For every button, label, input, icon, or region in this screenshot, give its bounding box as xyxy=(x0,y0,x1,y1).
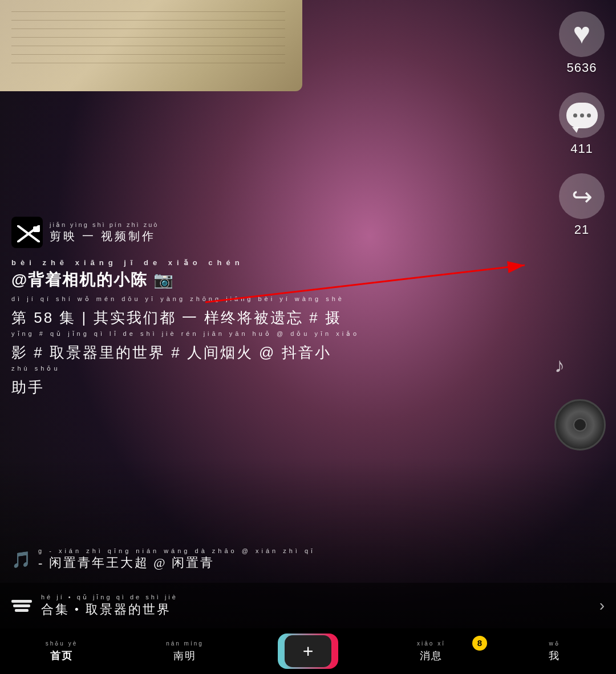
capcut-watermark: jiǎn yìng shì pín zhì zuò 剪映 一 视频制作 xyxy=(11,217,159,248)
like-action[interactable]: ♥ 5636 xyxy=(559,11,605,75)
stack-layer-2 xyxy=(13,604,30,607)
heart-icon: ♥ xyxy=(573,18,591,48)
svg-line-1 xyxy=(205,265,525,302)
chat-bubble-icon xyxy=(566,103,598,128)
nav-discover-label: 南明 xyxy=(173,649,196,663)
nav-home-pinyin: shǒu yè xyxy=(46,640,78,647)
share-button[interactable]: ↩ xyxy=(559,173,605,219)
share-count: 21 xyxy=(574,222,589,237)
svg-rect-4 xyxy=(33,226,40,232)
comment-count: 411 xyxy=(570,141,593,156)
plus-sign: + xyxy=(303,642,314,660)
stack-layer-1 xyxy=(11,600,32,603)
sound-info: g - xián zhì qīng nián wáng dà zhāo @ xi… xyxy=(38,547,315,571)
capcut-text-block: jiǎn yìng shì pín zhì zuò 剪映 一 视频制作 xyxy=(50,221,159,244)
collection-text: 合集 • 取景器的世界 xyxy=(41,601,178,618)
share-action[interactable]: ↩ 21 xyxy=(559,173,605,237)
collection-stack-icon xyxy=(11,600,32,612)
dot3 xyxy=(587,113,591,117)
chevron-right-icon[interactable]: › xyxy=(599,596,605,615)
dot2 xyxy=(580,113,584,117)
nav-discover[interactable]: nán míng 南明 xyxy=(123,640,246,663)
nav-message-label: 消息 xyxy=(420,649,443,663)
capcut-label: 剪映 一 视频制作 xyxy=(50,230,156,242)
like-count: 5636 xyxy=(567,60,597,75)
camera-emoji: 📷 xyxy=(153,271,175,289)
tiktok-icon: 🎵 xyxy=(11,550,31,569)
right-actions: ♥ 5636 411 ↩ 21 xyxy=(559,11,605,237)
nav-message-pinyin: xiāo xī xyxy=(417,640,445,647)
dot1 xyxy=(573,113,577,117)
episode-text3: 助手 xyxy=(11,375,359,400)
episode-text2: 影 # 取景器里的世界 # 人间烟火 @ 抖音小 xyxy=(11,340,359,365)
music-note-icon: ♪ xyxy=(554,354,565,377)
nav-profile[interactable]: wǒ 我 xyxy=(493,640,616,663)
create-button[interactable]: + xyxy=(282,634,334,669)
red-arrow-annotation xyxy=(200,257,542,327)
episode-pinyin2: yǐng # qǔ jǐng qì lǐ de shì jiè rén jiān… xyxy=(11,330,359,338)
comment-button[interactable] xyxy=(559,92,605,138)
capcut-logo xyxy=(11,217,43,248)
sound-text: - 闲置青年王大超 @ 闲置青 xyxy=(38,555,214,570)
message-badge: 8 xyxy=(472,636,487,651)
like-button[interactable]: ♥ xyxy=(559,11,605,57)
collection-bar[interactable]: hé jí • qǔ jǐng qì de shì jiè 合集 • 取景器的世… xyxy=(0,583,616,628)
nav-profile-pinyin: wǒ xyxy=(549,640,560,647)
nav-discover-pinyin: nán míng xyxy=(166,640,204,647)
collection-info: hé jí • qǔ jǐng qì de shì jiè 合集 • 取景器的世… xyxy=(41,594,178,618)
sound-pinyin: g - xián zhì qīng nián wáng dà zhāo @ xi… xyxy=(38,547,315,554)
nav-create[interactable]: + xyxy=(246,634,370,669)
video-thumbnail xyxy=(0,0,302,91)
comment-action[interactable]: 411 xyxy=(559,92,605,156)
nav-profile-label: 我 xyxy=(549,649,560,663)
stack-layer-3 xyxy=(15,609,29,612)
music-disk[interactable] xyxy=(554,399,606,450)
nav-home-label: 首页 xyxy=(50,649,73,663)
share-icon: ↩ xyxy=(572,182,593,211)
collection-pinyin: hé jí • qǔ jǐng qì de shì jiè xyxy=(41,594,178,601)
nav-home[interactable]: shǒu yè 首页 xyxy=(0,640,123,663)
plus-inner: + xyxy=(285,635,331,667)
capcut-logo-icon xyxy=(17,225,37,239)
nav-message[interactable]: xiāo xī 消息 8 xyxy=(370,640,493,663)
bottom-nav: shǒu yè 首页 nán míng 南明 + xiāo xī 消息 8 wǒ… xyxy=(0,628,616,674)
capcut-pinyin: jiǎn yìng shì pín zhì zuò xyxy=(50,221,159,229)
episode-pinyin3: zhù shǒu xyxy=(11,365,359,372)
sound-bar[interactable]: 🎵 g - xián zhì qīng nián wáng dà zhāo @ … xyxy=(11,547,582,571)
